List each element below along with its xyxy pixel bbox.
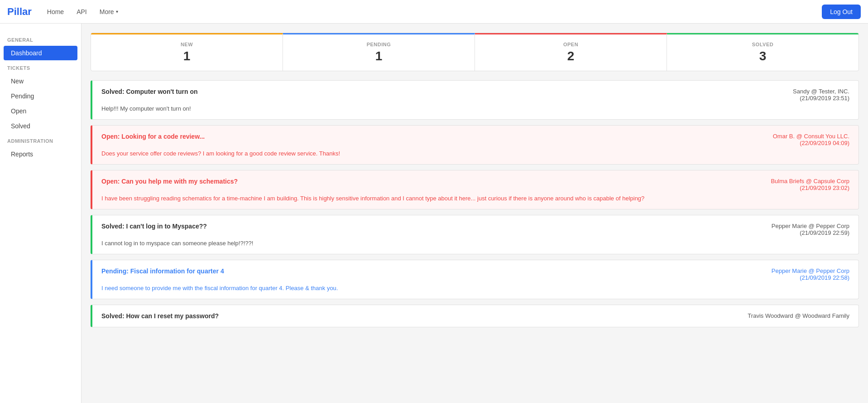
- nav-more[interactable]: More ▾: [95, 5, 123, 18]
- ticket-title: Open: Can you help me with my schematics…: [101, 178, 238, 185]
- ticket-card[interactable]: Solved: Computer won't turn on Sandy @ T…: [91, 80, 859, 120]
- sidebar-item-pending[interactable]: Pending: [4, 89, 77, 103]
- ticket-title: Solved: How can I reset my password?: [101, 312, 219, 320]
- stat-open-value: 2: [480, 49, 661, 63]
- ticket-meta: Omar B. @ Consult You LLC.(22/09/2019 04…: [773, 133, 849, 146]
- ticket-body: I need someone to provide me with the fi…: [101, 285, 849, 291]
- stat-new-value: 1: [96, 49, 277, 63]
- sidebar-item-new[interactable]: New: [4, 74, 77, 88]
- ticket-header: Solved: Computer won't turn on Sandy @ T…: [101, 88, 849, 102]
- ticket-header: Open: Can you help me with my schematics…: [101, 178, 849, 191]
- sidebar-item-solved[interactable]: Solved: [4, 119, 77, 133]
- ticket-card[interactable]: Pending: Fiscal information for quarter …: [91, 260, 859, 299]
- ticket-meta: Pepper Marie @ Pepper Corp(21/09/2019 22…: [772, 267, 849, 281]
- main-layout: GENERAL Dashboard TICKETS New Pending Op…: [0, 24, 868, 403]
- sidebar-item-open[interactable]: Open: [4, 104, 77, 118]
- ticket-body: I cannot log in to myspace can someone p…: [101, 240, 849, 247]
- nav-links: Home API More ▾: [43, 5, 822, 18]
- ticket-body: Help!!! My computer won't turn on!: [101, 105, 849, 112]
- ticket-header: Solved: How can I reset my password? Tra…: [101, 312, 849, 320]
- sidebar-section-tickets: TICKETS: [0, 61, 81, 73]
- app-logo: Pillar: [7, 6, 32, 18]
- ticket-card[interactable]: Solved: How can I reset my password? Tra…: [91, 305, 859, 327]
- top-navigation: Pillar Home API More ▾ Log Out: [0, 0, 868, 24]
- stat-solved-label: SOLVED: [672, 42, 853, 47]
- nav-more-label: More: [100, 8, 114, 15]
- ticket-title: Solved: Computer won't turn on: [101, 88, 198, 95]
- ticket-header: Open: Looking for a code review... Omar …: [101, 133, 849, 146]
- stat-new-label: NEW: [96, 42, 277, 47]
- ticket-title: Pending: Fiscal information for quarter …: [101, 267, 224, 275]
- ticket-list: Solved: Computer won't turn on Sandy @ T…: [91, 80, 859, 327]
- ticket-header: Solved: I can't log in to Myspace?? Pepp…: [101, 223, 849, 236]
- sidebar-item-dashboard[interactable]: Dashboard: [4, 46, 77, 60]
- sidebar-item-reports[interactable]: Reports: [4, 147, 77, 161]
- nav-api[interactable]: API: [72, 5, 91, 18]
- ticket-title: Solved: I can't log in to Myspace??: [101, 223, 207, 230]
- ticket-body: I have been struggling reading schematic…: [101, 195, 849, 202]
- stat-pending-label: PENDING: [288, 42, 469, 47]
- ticket-body: Does your service offer code reviews? I …: [101, 150, 849, 157]
- ticket-header: Pending: Fiscal information for quarter …: [101, 267, 849, 281]
- ticket-meta: Pepper Marie @ Pepper Corp(21/09/2019 22…: [772, 223, 849, 236]
- stat-pending-value: 1: [288, 49, 469, 63]
- stat-new[interactable]: NEW 1: [91, 33, 283, 71]
- ticket-title: Open: Looking for a code review...: [101, 133, 205, 140]
- ticket-card[interactable]: Solved: I can't log in to Myspace?? Pepp…: [91, 215, 859, 254]
- sidebar-section-administration: ADMINISTRATION: [0, 134, 81, 146]
- ticket-meta: Sandy @ Tester, INC.(21/09/2019 23:51): [793, 88, 849, 102]
- ticket-meta: Travis Woodward @ Woodward Family: [748, 312, 849, 319]
- stat-pending[interactable]: PENDING 1: [283, 33, 475, 71]
- ticket-meta: Bulma Briefs @ Capsule Corp(21/09/2019 2…: [771, 178, 849, 191]
- sidebar-section-general: GENERAL: [0, 33, 81, 45]
- stat-open-label: OPEN: [480, 42, 661, 47]
- nav-home[interactable]: Home: [43, 5, 68, 18]
- stat-solved[interactable]: SOLVED 3: [667, 33, 858, 71]
- logout-button[interactable]: Log Out: [822, 5, 861, 19]
- ticket-card[interactable]: Open: Looking for a code review... Omar …: [91, 125, 859, 165]
- ticket-card[interactable]: Open: Can you help me with my schematics…: [91, 170, 859, 209]
- main-content: NEW 1 PENDING 1 OPEN 2 SOLVED 3 Solved: …: [82, 24, 868, 403]
- stats-row: NEW 1 PENDING 1 OPEN 2 SOLVED 3: [91, 33, 859, 71]
- stat-open[interactable]: OPEN 2: [475, 33, 667, 71]
- stat-solved-value: 3: [672, 49, 853, 63]
- chevron-down-icon: ▾: [116, 9, 118, 14]
- sidebar: GENERAL Dashboard TICKETS New Pending Op…: [0, 24, 82, 403]
